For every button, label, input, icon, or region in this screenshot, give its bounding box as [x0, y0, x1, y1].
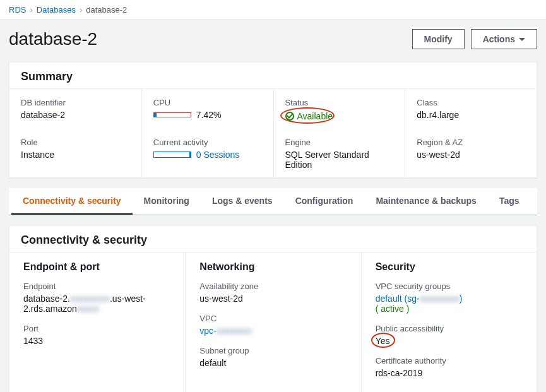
actions-dropdown-button[interactable]: Actions: [471, 29, 537, 49]
public-accessibility-value: Yes: [376, 336, 390, 346]
value: db.r4.large: [417, 110, 525, 120]
sessions-meter: [153, 151, 191, 158]
label: VPC: [199, 314, 347, 323]
breadcrumb-current: database-2: [86, 5, 127, 15]
endpoint-value: database-2.xxxxxxxxx.us-west-2.rds.amazo…: [23, 294, 171, 314]
value: Instance: [21, 150, 130, 160]
section-heading: Security: [376, 261, 523, 273]
value: default: [199, 358, 347, 368]
tab-configuration[interactable]: Configuration: [284, 188, 365, 215]
value: database-2: [21, 110, 130, 120]
security-group-link[interactable]: default (sg-xxxxxxxxx): [376, 294, 523, 304]
label: Subnet group: [199, 346, 347, 355]
breadcrumb: RDS › Databases › database-2: [9, 5, 537, 15]
vpc-link[interactable]: vpc-xxxxxxxx: [199, 326, 347, 336]
security-section: Security VPC security groups default (sg…: [361, 252, 537, 393]
value: 1433: [23, 336, 171, 346]
summary-cpu: CPU 7.42%: [141, 89, 273, 129]
chevron-right-icon: ›: [30, 5, 32, 15]
summary-activity: Current activity 0 Sessions: [141, 129, 273, 177]
summary-db-identifier: DB identifier database-2: [9, 89, 141, 129]
label: Class: [417, 98, 525, 107]
section-heading: Networking: [199, 261, 347, 273]
chevron-right-icon: ›: [80, 5, 82, 15]
tab-connectivity[interactable]: Connectivity & security: [11, 188, 133, 215]
value: us-west-2d: [417, 150, 525, 160]
tab-tags[interactable]: Tags: [488, 188, 531, 215]
summary-region: Region & AZ us-west-2d: [405, 129, 537, 177]
tab-maintenance[interactable]: Maintenance & backups: [364, 188, 488, 215]
breadcrumb-bar: RDS › Databases › database-2: [0, 0, 546, 20]
section-heading: Endpoint & port: [23, 261, 171, 273]
label: Engine: [285, 138, 394, 147]
status-text: Available: [297, 111, 333, 121]
networking-section: Networking Availability zone us-west-2d …: [185, 252, 360, 393]
sg-status: ( active ): [376, 304, 523, 314]
label: CPU: [153, 98, 262, 107]
label: Endpoint: [23, 282, 171, 291]
summary-role: Role Instance: [9, 129, 141, 177]
value: 7.42%: [196, 110, 222, 120]
summary-class: Class db.r4.large: [405, 89, 537, 129]
label: Current activity: [153, 138, 262, 147]
label: VPC security groups: [376, 282, 523, 291]
tabs: Connectivity & security Monitoring Logs …: [9, 188, 537, 215]
tab-logs[interactable]: Logs & events: [201, 188, 284, 215]
value: SQL Server Standard Edition: [285, 150, 394, 170]
status-badge: Available: [285, 111, 333, 121]
label: Port: [23, 324, 171, 333]
label: Status: [285, 98, 394, 107]
label: DB identifier: [21, 98, 130, 107]
label: Availability zone: [199, 282, 347, 291]
summary-status: Status Available: [273, 89, 405, 129]
sessions-link[interactable]: 0 Sessions: [196, 150, 239, 160]
label: Certificate authority: [376, 356, 523, 365]
summary-panel: Summary DB identifier database-2 CPU 7.4…: [9, 62, 537, 178]
header-actions: Modify Actions: [412, 29, 537, 49]
summary-heading: Summary: [21, 70, 525, 83]
summary-engine: Engine SQL Server Standard Edition: [273, 129, 405, 177]
page-header: database-2 Modify Actions: [0, 20, 546, 58]
label: Region & AZ: [417, 138, 525, 147]
breadcrumb-databases[interactable]: Databases: [37, 5, 76, 15]
cpu-meter: [153, 112, 191, 117]
connectivity-panel: Connectivity & security Endpoint & port …: [9, 225, 537, 393]
label: Role: [21, 138, 130, 147]
breadcrumb-rds[interactable]: RDS: [9, 5, 26, 15]
endpoint-port-section: Endpoint & port Endpoint database-2.xxxx…: [9, 252, 185, 393]
actions-label: Actions: [483, 34, 515, 44]
value: us-west-2d: [199, 294, 347, 304]
chevron-down-icon: [519, 38, 525, 41]
check-circle-icon: [285, 112, 294, 121]
value: rds-ca-2019: [376, 368, 523, 378]
connectivity-heading: Connectivity & security: [21, 234, 525, 247]
modify-button[interactable]: Modify: [412, 29, 465, 49]
label: Public accessibility: [376, 324, 523, 333]
tab-monitoring[interactable]: Monitoring: [133, 188, 201, 215]
page-title: database-2: [9, 29, 97, 49]
